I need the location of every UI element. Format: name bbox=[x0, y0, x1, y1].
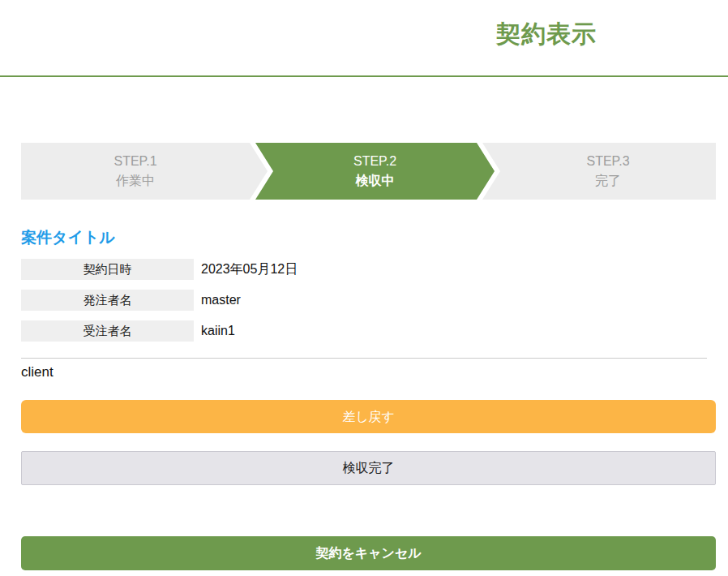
case-title: 案件タイトル bbox=[21, 227, 728, 248]
contract-date-label: 契約日時 bbox=[21, 259, 194, 280]
step-2-number: STEP.2 bbox=[353, 152, 396, 171]
contractor-name-value: kaiin1 bbox=[201, 324, 235, 338]
orderer-name-value: master bbox=[201, 293, 241, 307]
step-1-number: STEP.1 bbox=[113, 152, 156, 171]
orderer-name-label: 発注者名 bbox=[21, 290, 194, 311]
cancel-contract-button[interactable]: 契約をキャンセル bbox=[21, 536, 716, 570]
page-title: 契約表示 bbox=[365, 18, 728, 50]
header-divider bbox=[0, 75, 728, 77]
contractor-name-row: 受注者名 kaiin1 bbox=[21, 320, 707, 342]
contract-date-value: 2023年05月12日 bbox=[201, 261, 298, 278]
remand-button[interactable]: 差し戻す bbox=[21, 400, 716, 433]
step-1-working: STEP.1 作業中 bbox=[21, 143, 268, 200]
client-note: client bbox=[21, 364, 728, 380]
step-2-label: 検収中 bbox=[356, 171, 395, 191]
content-divider bbox=[21, 358, 707, 359]
step-2-inspection-active: STEP.2 検収中 bbox=[255, 143, 495, 200]
step-1-label: 作業中 bbox=[116, 171, 155, 191]
accept-inspection-button[interactable]: 検収完了 bbox=[21, 451, 716, 485]
contractor-name-label: 受注者名 bbox=[21, 320, 194, 342]
contract-date-row: 契約日時 2023年05月12日 bbox=[21, 259, 707, 280]
step-progress-bar: STEP.1 作業中 STEP.2 検収中 STEP.3 完了 bbox=[21, 143, 707, 200]
step-3-number: STEP.3 bbox=[586, 152, 629, 171]
step-3-complete: STEP.3 完了 bbox=[482, 143, 716, 200]
orderer-name-row: 発注者名 master bbox=[21, 290, 707, 311]
step-3-label: 完了 bbox=[595, 171, 621, 191]
